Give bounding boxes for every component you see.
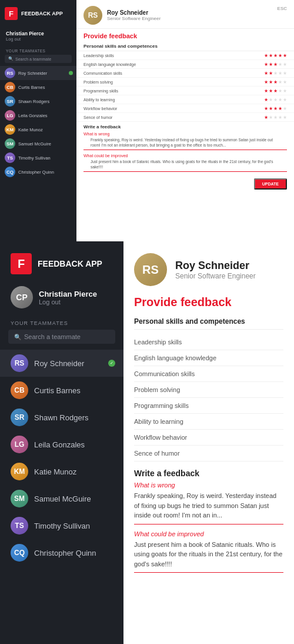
user-name-large: Christian Pierce [39,290,97,298]
stars-learning-small[interactable]: ★★★★★ [264,97,287,102]
teammate-item-christopher-small[interactable]: CQ Christopher Quinn [0,165,76,179]
skill-row-leadership-small: Leadership skills ★★★★★ [76,51,294,60]
panel-role-large: Senior Software Engineer [175,272,256,280]
teammate-item-samuel-small[interactable]: SM Samuel McGuire [0,137,76,151]
provide-feedback-label-large: Provide feedback [134,296,283,309]
skill-row-problem-small: Problem solving ★★★★★ [76,78,294,87]
skill-name-large: Workflow behavior [134,434,283,441]
user-name-small: Christian Pierce [6,31,71,36]
what-is-wrong-label-large: What is wrong [134,482,283,489]
teammate-item-katie-small[interactable]: KM Katie Munoz [0,122,76,137]
teammate-name-shawn-large: Shawn Rodgers [34,413,89,422]
teammate-item-roy-large[interactable]: RS Roy Schneider [0,350,123,377]
avatar-timothy-large: TS [11,517,28,535]
avatar-katie-small: KM [5,124,15,135]
logout-large[interactable]: Log out [39,298,97,306]
user-area-small: Christian Pierce Log out [0,27,76,45]
sidebar-small: F FEEDBACK APP Christian Pierce Log out … [0,0,76,241]
teammate-name-christopher-small: Christopher Quinn [18,170,54,175]
skill-name-large: Problem solving [134,386,283,393]
update-button-small[interactable]: UPDATE [254,178,287,190]
skill-name-large: Communication skills [134,370,283,377]
stars-problem-small[interactable]: ★★★★★ [264,79,287,85]
teammate-item-samuel-large[interactable]: SM Samuel McGuire [0,485,123,512]
teammate-name-curtis-small: Curtis Barnes [18,85,45,90]
panel-user-small: RS Roy Schneider Senior Software Enginee… [83,6,161,25]
search-small[interactable]: 🔍 Search a teammate [5,55,72,63]
main-panel-large: RS Roy Schneider Senior Software Enginee… [123,241,294,644]
stars-programming-small[interactable]: ★★★★★ [264,88,287,94]
skill-row-communication-small: Communication skills ★★★★★ [76,69,294,78]
what-could-be-improved-text-large: Just present him a book of Satanic ritua… [134,540,283,573]
teammate-item-shawn-small[interactable]: SR Shawn Rodgers [0,94,76,108]
skill-name-small: Leadership skills [83,54,114,58]
teammate-name-roy-large: Roy Schneider [34,359,84,368]
search-placeholder-large: Search a teammate [24,333,81,340]
app-name-large: FEEDBACK APP [38,259,102,269]
skill-name-small: Problem solving [83,80,113,84]
teammate-name-katie-small: Katie Munoz [18,127,43,132]
teammate-name-samuel-small: Samuel McGuire [18,141,51,147]
logo-letter-small: F [9,9,14,18]
skill-row-problem-large: Problem solving [134,382,283,398]
panel-header-small: RS Roy Schneider Senior Software Enginee… [76,0,294,29]
stars-communication-small[interactable]: ★★★★★ [264,71,287,76]
teammate-item-curtis-large[interactable]: CB Curtis Barnes [0,377,123,404]
stars-humor-small[interactable]: ★★★★★ [264,115,287,120]
stars-english-small[interactable]: ★★★★★ [264,62,287,67]
teammate-name-timothy-small: Timothy Sullivan [18,155,51,161]
what-could-be-improved-label-large: What could be improved [134,530,283,537]
close-button-small[interactable]: ESC [278,6,287,11]
logo-letter-large: F [18,257,25,271]
skill-row-learning-large: Ability to learning [134,414,283,430]
search-large[interactable]: 🔍 Search a teammate [8,330,115,344]
teammate-item-leila-small[interactable]: LG Leila Gonzales [0,108,76,122]
avatar-christopher-small: CQ [5,167,15,177]
teammate-name-leila-small: Leila Gonzales [18,113,48,118]
small-view: F FEEDBACK APP Christian Pierce Log out … [0,0,294,241]
user-info-large: Christian Pierce Log out [39,290,97,306]
skill-name-large: Leadership skills [134,338,283,346]
panel-role-small: Senior Software Engineer [107,16,161,21]
teammate-item-timothy-large[interactable]: TS Timothy Sullivan [0,512,123,539]
sidebar-large: F FEEDBACK APP CP Christian Pierce Log o… [0,241,123,644]
logo-box-small: F [5,7,18,20]
teammate-item-leila-large[interactable]: LG Leila Gonzales [0,431,123,458]
teammate-item-christopher-large[interactable]: CQ Christopher Quinn [0,539,123,566]
search-placeholder-small: Search a teammate [15,57,51,61]
logo-area-small: F FEEDBACK APP [0,0,76,27]
skill-row-leadership-large: Leadership skills [134,334,283,350]
panel-name-large: Roy Schneider [175,260,256,272]
teammate-item-katie-large[interactable]: KM Katie Munoz [0,458,123,485]
app-name-small: FEEDBACK APP [21,11,63,17]
stars-workflow-small[interactable]: ★★★★★ [264,106,287,111]
teammate-item-timothy-small[interactable]: TS Timothy Sullivan [0,151,76,165]
avatar-samuel-small: SM [5,138,15,149]
skill-name-small: Ability to learning [83,98,115,102]
skill-name-small: Programming skills [83,89,118,93]
teammate-item-curtis-small[interactable]: CB Curtis Barnes [0,80,76,94]
logo-box-large: F [11,253,32,274]
avatar-katie-large: KM [11,463,28,480]
avatar-curtis-small: CB [5,82,15,92]
teammate-name-katie-large: Katie Munoz [34,467,76,476]
skill-row-learning-small: Ability to learning ★★★★★ [76,95,294,104]
logout-small[interactable]: Log out [6,36,71,42]
user-avatar-large: CP [11,286,33,308]
what-could-be-improved-label-small: What could be improved [76,152,294,158]
write-feedback-label-small: Write a feedback [76,122,294,131]
what-is-wrong-label-small: What is wrong [76,131,294,137]
teammate-name-timothy-large: Timothy Sullivan [34,522,90,530]
panel-user-info-large: Roy Schneider Senior Software Engineer [175,260,256,280]
main-panel-small: RS Roy Schneider Senior Software Enginee… [76,0,294,241]
write-feedback-label-large: Write a feedback [134,469,283,478]
avatar-samuel-large: SM [11,490,28,507]
teammate-name-christopher-large: Christopher Quinn [34,549,96,557]
logo-area-large: F FEEDBACK APP [0,241,123,281]
avatar-timothy-small: TS [5,152,15,163]
what-could-improve-section-large: What could be improved Just present him … [134,530,283,573]
teammate-item-roy-small[interactable]: RS Roy Schneider [0,66,76,80]
stars-leadership-small[interactable]: ★★★★★ [264,53,287,58]
avatar-roy-large: RS [11,354,28,372]
teammate-item-shawn-large[interactable]: SR Shawn Rodgers [0,404,123,431]
